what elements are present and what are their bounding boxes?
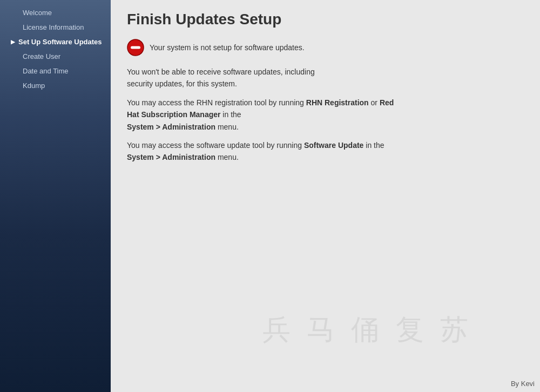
sidebar-item-create-user[interactable]: Create User [0,49,111,64]
para3-mid1: in the [363,141,384,150]
main-content: Finish Updates Setup Your system is not … [111,0,540,392]
watermark: 兵 马 俑 复 苏 [262,311,473,349]
sidebar-item-label: Date and Time [23,67,69,75]
no-entry-icon [127,39,144,56]
para1-line2: security updates, for this system. [127,79,237,88]
para2: You may access the RHN registration tool… [127,97,397,133]
para1-line1: You won't be able to receive software up… [127,67,315,76]
sidebar-item-date-and-time[interactable]: Date and Time [0,64,111,78]
para2-end1: menu. [215,123,239,131]
sidebar-item-license-information[interactable]: License Information [0,20,111,35]
sidebar-item-label: License Information [23,23,84,31]
sidebar-item-kdump[interactable]: Kdump [0,78,111,93]
warning-text: Your system is not setup for software up… [150,43,305,52]
para3-bold2: System > Administration [127,153,215,161]
para3-bold1: Software Update [304,141,363,150]
svg-rect-1 [131,46,140,49]
sidebar-item-label: Welcome [23,9,52,17]
description-block: You won't be able to receive software up… [127,66,397,164]
sidebar-item-label: Set Up Software Updates [18,38,102,46]
para2-mid2: in the [220,110,241,119]
para3-end1: menu. [215,153,239,161]
para2-mid1: or [369,98,380,107]
para3: You may access the software update tool … [127,139,397,164]
warning-row: Your system is not setup for software up… [127,39,524,56]
para3-text1: You may access the software update tool … [127,141,304,150]
para2-text1: You may access the RHN registration tool… [127,98,306,107]
para2-bold1: RHN Registration [306,98,369,107]
para1: You won't be able to receive software up… [127,66,397,90]
sidebar-item-welcome[interactable]: Welcome [0,5,111,20]
page-title: Finish Updates Setup [127,11,524,28]
sidebar: WelcomeLicense Information▶Set Up Softwa… [0,0,111,392]
sidebar-item-set-up-software-updates[interactable]: ▶Set Up Software Updates [0,35,111,49]
para2-bold3: System > Administration [127,123,215,131]
sidebar-arrow-icon: ▶ [11,39,15,45]
bottom-credit: By Kevi [511,380,535,388]
sidebar-item-label: Create User [23,52,60,60]
sidebar-item-label: Kdump [23,82,45,90]
